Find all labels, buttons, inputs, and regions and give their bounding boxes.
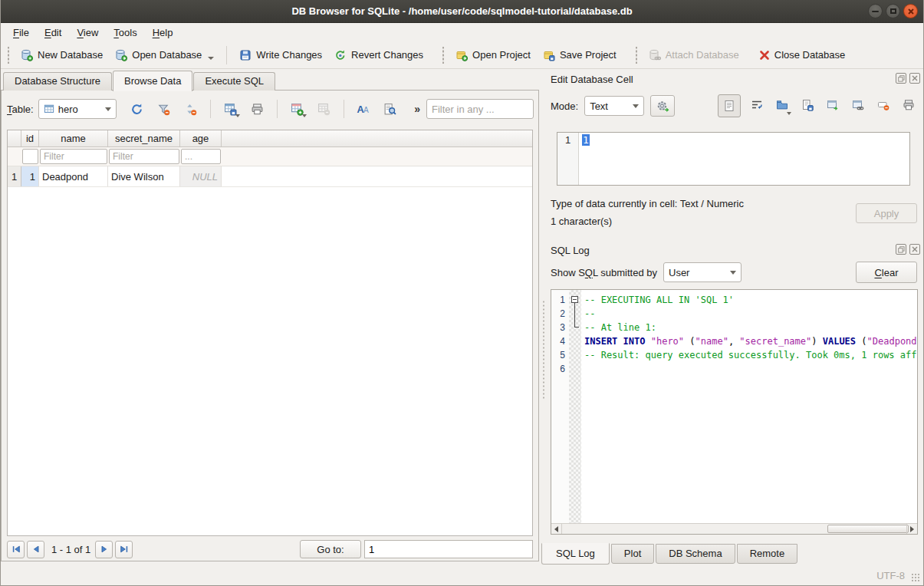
sql-source-select[interactable]: User [663,262,742,282]
open-in-external-app-button[interactable] [827,99,839,114]
first-record-button[interactable] [7,541,25,558]
export-cell-data-button[interactable] [801,99,814,114]
tab-browse-data[interactable]: Browse Data [113,71,192,91]
open-project-button[interactable]: Open Project [449,45,537,65]
mode-select[interactable]: Text [584,96,644,116]
import-dropdown-icon[interactable] [787,112,791,115]
filter-row-corner [8,147,21,166]
print-button[interactable] [251,102,264,115]
sql-log-view[interactable]: 1 2 3 4 5 6 -- EXECUTING ALL IN 'SQL 1' … [551,289,918,535]
filter-input-secret-name[interactable]: Filter [109,149,179,164]
maximize-button[interactable] [886,4,900,18]
save-table-button[interactable] [224,102,237,115]
toolbar-grip[interactable] [7,47,10,64]
cell-id-selected[interactable]: 1 [21,166,39,186]
tab-db-schema[interactable]: DB Schema [656,544,735,564]
chevron-down-icon [105,107,111,111]
write-changes-button[interactable]: Write Changes [233,45,328,65]
text-mode-toggle[interactable] [718,94,741,117]
goto-button[interactable]: Go to: [300,540,361,558]
cell-editor[interactable]: 1 1 [557,132,910,186]
scrollbar-thumb[interactable] [827,525,909,533]
find-in-table-button[interactable] [383,102,396,115]
tab-execute-sql[interactable]: Execute SQL [193,72,275,91]
font-settings-button[interactable]: A A [357,102,370,115]
log-horizontal-scrollbar[interactable] [551,523,917,534]
previous-record-button[interactable] [27,541,44,558]
minimize-button[interactable] [868,4,883,18]
new-database-button[interactable]: New Database [15,45,109,65]
find-icon [383,103,396,116]
show-sql-label: Show SQL submitted by [551,267,657,278]
refresh-button[interactable] [130,102,143,115]
open-database-button[interactable]: Open Database [109,45,220,65]
sql-identifier: "secret_name" [739,336,811,347]
import-cell-data-button[interactable] [776,99,788,114]
menu-help[interactable]: Help [145,25,181,41]
set-to-null-button[interactable] [877,99,889,114]
column-header-name[interactable]: name [39,130,108,146]
menu-edit[interactable]: Edit [37,25,69,41]
column-header-secret-name[interactable]: secret_name [108,130,180,146]
clear-log-button[interactable]: Clear [856,262,917,283]
tab-plot[interactable]: Plot [611,544,654,564]
scroll-right-button[interactable] [906,524,917,534]
clear-filters-button[interactable] [157,102,170,115]
fold-collapse-icon[interactable] [571,296,578,303]
tab-sql-log[interactable]: SQL Log [541,543,610,565]
open-database-dropdown-icon[interactable] [208,57,214,60]
clear-sorting-button[interactable] [184,102,197,115]
filter-input-id[interactable] [22,149,38,164]
cell-age-null[interactable]: NULL [180,166,222,186]
float-dock-button[interactable] [896,244,906,255]
save-table-dropdown-icon[interactable] [235,114,240,117]
close-database-button[interactable]: Close Database [753,45,852,64]
tab-database-structure[interactable]: Database Structure [3,72,112,91]
word-wrap-button[interactable] [751,99,763,114]
sql-log-text[interactable]: -- EXECUTING ALL IN 'SQL 1' -- -- At lin… [581,290,917,523]
menu-tools[interactable]: Tools [106,25,144,41]
data-grid: id name secret_name age Filter Filter ..… [7,130,533,536]
table-select[interactable]: hero [38,99,117,119]
toolbar-overflow-chevron[interactable]: » [414,103,420,115]
toolbar-grip[interactable] [442,47,445,64]
sql-log-controls: Show SQL submitted by User Clear [551,262,917,283]
column-header-id[interactable]: id [21,130,39,146]
filter-any-column-input[interactable] [426,99,534,119]
print-cell-button[interactable] [903,99,915,114]
close-dock-button[interactable] [909,244,920,255]
main-tab-bar: Database Structure Browse Data Execute S… [3,71,276,91]
insert-record-dropdown-icon[interactable] [302,114,307,117]
close-dock-button[interactable] [909,73,920,84]
set-as-link-button[interactable] [852,99,864,114]
fold-line-end [574,327,579,328]
float-dock-button[interactable] [896,73,906,84]
filter-input-name[interactable]: Filter [40,149,107,164]
goto-record-input[interactable] [364,540,533,558]
close-button[interactable] [903,4,918,18]
save-project-button[interactable]: Save Project [537,45,623,65]
new-database-label: New Database [38,49,103,61]
next-record-button[interactable] [95,541,113,558]
tab-remote[interactable]: Remote [737,544,798,564]
menu-file[interactable]: File [5,25,37,41]
cell-editor-content[interactable]: 1 [579,133,593,185]
scroll-left-button[interactable] [551,524,562,534]
svg-text:A: A [363,106,369,114]
cell-name[interactable]: Deadpond [39,166,108,186]
revert-changes-button[interactable]: Revert Changes [328,45,429,65]
insert-record-button[interactable] [291,102,304,115]
toolbar-grip[interactable] [635,47,638,64]
sql-text: , [728,336,739,347]
resize-grip[interactable] [911,573,921,583]
dock-splitter-handle[interactable] [542,300,545,400]
cell-secret-name[interactable]: Dive Wilson [108,166,180,186]
save-project-label: Save Project [560,49,617,61]
menu-view[interactable]: View [69,25,106,41]
last-record-button[interactable] [115,541,133,558]
column-header-age[interactable]: age [180,130,222,146]
row-header[interactable]: 1 [8,166,21,186]
filter-input-age[interactable]: ... [181,149,221,164]
auto-switch-mode-button[interactable] [650,95,675,117]
encoding-indicator[interactable]: UTF-8 [876,570,905,581]
